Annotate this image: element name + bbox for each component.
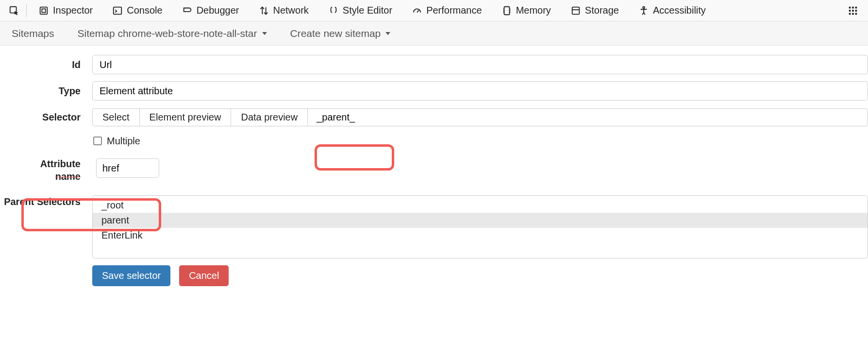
performance-icon: [412, 5, 422, 16]
save-selector-button[interactable]: Save selector: [92, 265, 170, 286]
row-attribute: Attribute name: [0, 152, 868, 187]
inspector-icon: [38, 5, 49, 16]
grid-icon: [848, 5, 858, 16]
tab-style-editor[interactable]: Style Editor: [318, 0, 402, 21]
label-selector: Selector: [0, 112, 92, 123]
tab-label: Performance: [426, 5, 482, 16]
chevron-down-icon: [385, 32, 390, 35]
row-type: Type: [0, 78, 868, 104]
tab-label: Storage: [585, 5, 619, 16]
tab-network[interactable]: Network: [249, 0, 318, 21]
svg-rect-1: [40, 7, 48, 14]
tab-console[interactable]: Console: [102, 0, 172, 21]
parent-option-enterlink[interactable]: EnterLink: [93, 228, 868, 243]
debugger-icon: [182, 5, 193, 16]
chevron-down-icon: [262, 32, 267, 35]
label-type: Type: [0, 86, 92, 97]
svg-rect-12: [855, 10, 857, 12]
id-input[interactable]: [92, 55, 868, 74]
tab-label: Console: [127, 5, 162, 16]
label-attribute: Attribute: [0, 156, 81, 171]
cancel-button[interactable]: Cancel: [179, 265, 229, 286]
label-id: Id: [0, 59, 92, 70]
nav-label: Sitemaps: [12, 28, 54, 39]
nav-label: Sitemap chrome-web-store-note-all-star: [78, 28, 257, 39]
svg-rect-13: [849, 13, 851, 15]
type-select[interactable]: [92, 81, 868, 101]
nav-sitemaps[interactable]: Sitemaps: [12, 28, 54, 39]
svg-rect-14: [852, 13, 854, 15]
multiple-checkbox[interactable]: [93, 137, 102, 145]
tab-label: Network: [273, 5, 309, 16]
svg-rect-3: [114, 7, 122, 14]
element-picker-button[interactable]: [4, 0, 24, 21]
svg-rect-5: [572, 7, 580, 14]
selector-controls: Select Element preview Data preview: [92, 108, 868, 126]
row-id: Id: [0, 52, 868, 78]
svg-rect-4: [504, 6, 509, 15]
svg-rect-8: [852, 6, 854, 8]
label-attribute-sub: name: [0, 171, 81, 182]
tab-label: Style Editor: [343, 5, 392, 16]
tab-label: Memory: [516, 5, 551, 16]
svg-point-6: [643, 6, 645, 8]
storage-icon: [570, 5, 581, 16]
row-multiple: Multiple: [0, 130, 868, 152]
selector-editor-form: Id Type Selector Select Element preview …: [0, 46, 868, 286]
tab-debugger[interactable]: Debugger: [172, 0, 249, 21]
row-selector: Selector Select Element preview Data pre…: [0, 104, 868, 130]
tab-accessibility[interactable]: Accessibility: [629, 0, 716, 21]
svg-rect-7: [849, 6, 851, 8]
accessibility-icon: [638, 5, 649, 16]
separator: [26, 4, 27, 17]
console-icon: [112, 5, 123, 16]
picker-icon: [9, 5, 19, 16]
extension-nav: Sitemaps Sitemap chrome-web-store-note-a…: [0, 21, 868, 46]
parent-option-root[interactable]: _root: [93, 198, 868, 213]
style-editor-icon: [328, 5, 339, 16]
devtools-overflow-button[interactable]: [842, 0, 864, 21]
tab-label: Accessibility: [653, 5, 706, 16]
svg-rect-2: [42, 9, 45, 12]
selector-input[interactable]: [307, 108, 868, 126]
tab-performance[interactable]: Performance: [402, 0, 492, 21]
nav-label: Create new sitemap: [290, 28, 381, 39]
tab-label: Debugger: [197, 5, 239, 16]
network-icon: [259, 5, 269, 16]
tab-label: Inspector: [53, 5, 93, 16]
svg-rect-11: [852, 10, 854, 12]
attribute-name-input[interactable]: [96, 158, 159, 178]
parent-selectors-listbox[interactable]: _root parent EnterLink: [92, 195, 868, 258]
memory-icon: [501, 5, 512, 16]
form-actions: Save selector Cancel: [0, 265, 868, 286]
select-button[interactable]: Select: [92, 108, 139, 126]
devtools-tabstrip: Inspector Console Debugger Network Style…: [0, 0, 868, 21]
svg-rect-9: [855, 6, 857, 8]
tab-storage[interactable]: Storage: [561, 0, 629, 21]
element-preview-button[interactable]: Element preview: [139, 108, 231, 126]
row-parent-selectors: Parent Selectors _root parent EnterLink: [0, 195, 868, 258]
label-parent-selectors: Parent Selectors: [0, 195, 92, 208]
tab-memory[interactable]: Memory: [492, 0, 561, 21]
svg-rect-15: [855, 13, 857, 15]
nav-current-sitemap[interactable]: Sitemap chrome-web-store-note-all-star: [78, 28, 267, 39]
parent-option-parent[interactable]: parent: [93, 213, 868, 228]
tab-inspector[interactable]: Inspector: [29, 0, 102, 21]
nav-create-sitemap[interactable]: Create new sitemap: [290, 28, 391, 39]
data-preview-button[interactable]: Data preview: [231, 108, 307, 126]
svg-rect-10: [849, 10, 851, 12]
multiple-label: Multiple: [107, 136, 140, 147]
